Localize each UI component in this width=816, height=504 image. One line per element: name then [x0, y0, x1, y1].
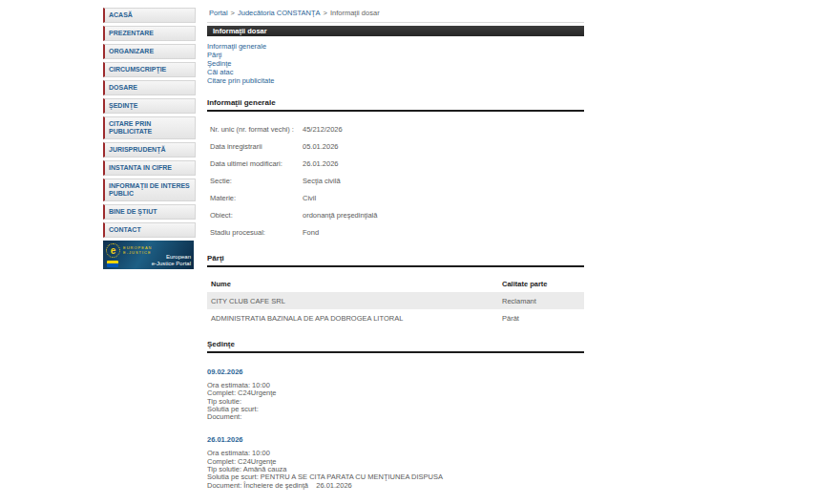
- parties-table: Nume Calitate parte CITY CLUB CAFE SRL R…: [207, 275, 584, 326]
- browser-viewport: ACASĂ PREZENTARE ORGANIZARE CIRCUMSCRIPŢ…: [0, 0, 816, 504]
- page-title-bar: Informaţii dosar: [207, 26, 584, 36]
- sidebar-item-dosare[interactable]: DOSARE: [103, 80, 196, 95]
- sidebar-item-sedinte[interactable]: ŞEDINŢE: [103, 98, 196, 114]
- anchor-link-sedinte[interactable]: Şedinţe: [207, 59, 584, 68]
- info-value: Fond: [303, 228, 581, 237]
- info-row: Stadiu procesual: Fond: [207, 223, 584, 241]
- hearing-entry: 09.02.2026 Ora estimata: 10:00 Complet: …: [207, 368, 584, 421]
- hearing-entry: 26.01.2026 Ora estimata: 10:00 Complet: …: [207, 435, 584, 489]
- anchor-link-parti[interactable]: Părţi: [207, 51, 584, 59]
- e-justice-logo-icon: e: [106, 243, 120, 258]
- info-value: 05.01.2026: [303, 142, 581, 151]
- hearing-detail-line: Tip solutie:: [207, 398, 584, 406]
- breadcrumb-separator: >: [231, 9, 235, 17]
- info-row: Data ultimei modificari: 26.01.2026: [207, 155, 584, 172]
- info-label: Data inregistrarii: [210, 142, 303, 151]
- general-info-list: Nr. unic (nr. format vechi) : 45/212/202…: [207, 120, 584, 241]
- sidebar-item-jurisprudenta[interactable]: JURISPRUDENŢĂ: [103, 142, 196, 158]
- party-role: Pârât: [502, 314, 580, 323]
- sidebar-item-informatii-de-interes-public[interactable]: INFORMAŢII DE INTERES PUBLIC: [103, 178, 196, 201]
- sidebar-item-citare-prin-publicitate[interactable]: CITARE PRIN PUBLICITATE: [103, 116, 196, 139]
- info-value: 26.01.2026: [303, 159, 581, 168]
- section-heading-parti: Părţi: [207, 254, 584, 267]
- hearing-date-link[interactable]: 26.01.2026: [207, 435, 243, 444]
- info-label: Materie:: [210, 194, 303, 202]
- sidebar-item-bine-de-stiut[interactable]: BINE DE ŞTIUT: [103, 204, 196, 220]
- parties-header-row: Nume Calitate parte: [207, 275, 584, 292]
- info-value: 45/212/2026: [303, 125, 581, 134]
- info-label: Sectie:: [210, 177, 303, 185]
- sidebar-item-organizare[interactable]: ORGANIZARE: [103, 44, 196, 59]
- e-justice-portal-banner[interactable]: e EUROPEAN E-JUSTICE European e-Justice …: [103, 241, 194, 269]
- hearing-detail-line: Solutia pe scurt:: [207, 406, 584, 413]
- sidebar: ACASĂ PREZENTARE ORGANIZARE CIRCUMSCRIPŢ…: [103, 5, 196, 504]
- sidebar-item-contact[interactable]: CONTACT: [103, 222, 196, 238]
- info-value: Civil: [303, 194, 581, 202]
- breadcrumb-link-portal[interactable]: Portal: [209, 9, 228, 17]
- sidebar-item-acasa[interactable]: ACASĂ: [103, 8, 196, 23]
- sidebar-item-circumscriptie[interactable]: CIRCUMSCRIPŢIE: [103, 62, 196, 77]
- info-value: ordonanţă preşedinţială: [303, 211, 581, 220]
- anchor-link-citare-prin-publicitate[interactable]: Citare prin publicitate: [207, 76, 584, 85]
- party-role: Reclamant: [502, 297, 580, 305]
- breadcrumb: Portal>Judecătoria CONSTANŢA>Informaţii …: [207, 5, 584, 23]
- page: ACASĂ PREZENTARE ORGANIZARE CIRCUMSCRIPŢ…: [0, 0, 816, 504]
- info-row: Sectie: Secţia civilă: [207, 172, 584, 189]
- section-heading-informatii-generale: Informaţii generale: [207, 98, 584, 112]
- info-label: Data ultimei modificari:: [210, 159, 303, 168]
- party-name: CITY CLUB CAFE SRL: [211, 297, 502, 305]
- hearing-detail-line: Document:: [207, 413, 584, 421]
- flag-icon: [107, 261, 118, 267]
- info-row: Nr. unic (nr. format vechi) : 45/212/202…: [207, 120, 584, 137]
- breadcrumb-link-court[interactable]: Judecătoria CONSTANŢA: [238, 9, 321, 17]
- column-header-nume: Nume: [211, 280, 502, 288]
- hearing-detail-line: Complet: C24Urgenţe: [207, 389, 584, 397]
- info-label: Stadiu procesual:: [210, 228, 303, 237]
- table-row: CITY CLUB CAFE SRL Reclamant: [207, 292, 584, 309]
- anchor-link-informatii-generale[interactable]: Informaţii generale: [207, 42, 584, 51]
- info-row: Obiect: ordonanţă preşedinţială: [207, 206, 584, 223]
- table-row: ADMINISTRATIA BAZINALA DE APA DOBROGEA L…: [207, 309, 584, 326]
- hearing-detail-line: Document: Încheiere de şedinţă 26.01.202…: [207, 482, 584, 490]
- breadcrumb-separator: >: [324, 9, 327, 17]
- main-content: Portal>Judecătoria CONSTANŢA>Informaţii …: [207, 5, 584, 504]
- info-row: Data inregistrarii 05.01.2026: [207, 137, 584, 155]
- anchor-link-cai-atac[interactable]: Căi atac: [207, 68, 584, 76]
- sidebar-item-prezentare[interactable]: PREZENTARE: [103, 26, 196, 41]
- info-value: Secţia civilă: [303, 177, 581, 185]
- hearing-date-link[interactable]: 09.02.2026: [207, 368, 243, 376]
- info-label: Obiect:: [210, 211, 303, 220]
- party-name: ADMINISTRATIA BAZINALA DE APA DOBROGEA L…: [211, 314, 502, 323]
- sidebar-item-instanta-in-cifre[interactable]: INSTANTA IN CIFRE: [103, 160, 196, 176]
- column-header-calitate-parte: Calitate parte: [502, 280, 580, 288]
- info-label: Nr. unic (nr. format vechi) :: [210, 125, 303, 134]
- section-heading-sedinte: Şedinţe: [207, 340, 584, 353]
- breadcrumb-current: Informaţii dosar: [330, 9, 380, 17]
- info-row: Materie: Civil: [207, 189, 584, 206]
- e-justice-portal-label: European e-Justice Portal: [134, 254, 191, 267]
- section-anchor-links: Informaţii generale Părţi Şedinţe Căi at…: [207, 42, 584, 85]
